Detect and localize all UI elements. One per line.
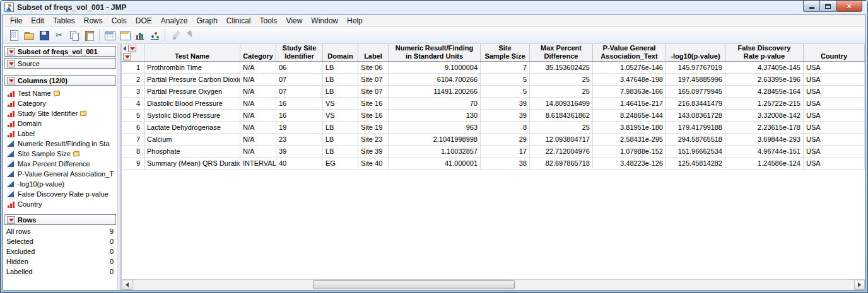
scrollbar-thumb[interactable] [313,280,515,289]
menu-doe[interactable]: DOE [131,15,156,26]
column-header[interactable]: Label [358,44,389,61]
cell[interactable]: Diastolic Blood Pressure [144,98,240,110]
title-bar[interactable]: Subset of freqs_vol_001 - JMP × [3,1,865,14]
rows-red-triangle-icon[interactable] [7,216,15,224]
column-header[interactable]: -log10(p-value) [666,44,725,61]
row-number[interactable]: 1 [122,62,144,74]
cell[interactable]: Systolic Blood Pressure [144,110,240,122]
cell[interactable]: 8.6184361862 [530,110,593,122]
cell[interactable]: USA [804,86,865,98]
column-item[interactable]: Study Site Identifier [6,108,116,118]
column-item[interactable]: Category [6,98,116,108]
cell[interactable]: 06 [276,62,323,74]
cell[interactable]: Partial Pressure Oxygen [144,86,240,98]
column-item[interactable]: Country [6,199,116,209]
menu-file[interactable]: File [6,15,26,26]
row-number[interactable]: 8 [122,146,144,158]
menu-graph[interactable]: Graph [192,15,221,26]
column-header[interactable]: Study SiteIdentifier [276,44,323,61]
cell[interactable]: 4.96744e-151 [725,146,804,158]
horizontal-scrollbar[interactable] [122,279,865,290]
row-number[interactable]: 5 [122,110,144,122]
cell[interactable]: Site 40 [358,158,389,169]
cell[interactable]: Site 07 [358,86,389,98]
cell[interactable]: 7.98363e-166 [593,86,666,98]
cell[interactable]: LB [323,146,358,158]
cell[interactable]: USA [804,62,865,74]
cell[interactable]: 294.58765518 [666,134,725,146]
cell[interactable]: 143.08361728 [666,110,725,122]
cell[interactable]: INTERVAL [240,158,276,169]
column-header[interactable]: Max PercentDifference [530,44,593,61]
cell[interactable]: Lactate Dehydrogenase [144,122,240,134]
paste-button[interactable] [82,28,97,42]
source-red-triangle-icon[interactable] [7,60,15,67]
cell[interactable]: 165.09779945 [666,86,725,98]
cell[interactable]: VS [323,110,358,122]
cell[interactable]: 39 [276,146,323,158]
column-item[interactable]: Numeric Result/Finding in Sta [6,139,116,149]
columns-red-triangle-icon[interactable] [7,77,15,84]
cell[interactable]: 12.093804717 [530,134,593,146]
cell[interactable]: Site 06 [358,62,389,74]
column-header[interactable]: P-Value GeneralAssociation_Text [593,44,666,61]
column-item[interactable]: Domain [6,118,116,129]
cell[interactable]: EG [323,158,358,169]
cell[interactable]: LB [323,134,358,146]
column-header[interactable]: SiteSample Size [481,44,530,61]
cell[interactable]: 1.05276e-146 [593,62,666,74]
cell[interactable]: 8 [481,122,530,134]
cell[interactable]: VS [323,98,358,110]
cell[interactable]: N/A [240,110,276,122]
cell[interactable]: USA [804,122,865,134]
menu-cols[interactable]: Cols [107,15,131,26]
cell[interactable]: Summary (Mean) QRS Duration [144,158,240,169]
column-item[interactable]: Test Name [6,88,116,98]
cell[interactable]: 25 [530,86,593,98]
cell[interactable]: 2.63395e-196 [725,74,804,86]
cell[interactable]: 70 [389,98,481,110]
column-item[interactable]: False Discovery Rate p-value [6,189,116,199]
cell[interactable]: 3.81951e-180 [593,122,666,134]
cell[interactable]: USA [804,98,865,110]
cell[interactable]: 7 [481,62,530,74]
menu-window[interactable]: Window [307,15,343,26]
cell[interactable]: 963 [389,122,481,134]
table-panel-header[interactable]: Subset of freqs_vol_001 [4,46,116,57]
cell[interactable]: Site 07 [358,74,389,86]
source-panel-header[interactable]: Source [4,58,116,69]
cell[interactable]: 16 [276,110,323,122]
cell[interactable]: 39 [481,110,530,122]
cell[interactable]: 2.58431e-295 [593,134,666,146]
cell[interactable]: 82.697865718 [530,158,593,169]
column-item[interactable]: P-Value General Association_T [6,169,116,179]
row-number[interactable]: 2 [122,74,144,86]
cell[interactable]: Site 19 [358,122,389,134]
cell[interactable]: 151.96662534 [666,146,725,158]
cell[interactable]: USA [804,158,865,169]
column-header[interactable]: Category [240,44,276,61]
menu-view[interactable]: View [282,15,307,26]
minimize-button[interactable] [803,1,820,12]
new-data-table-button[interactable] [6,28,21,42]
cell[interactable]: N/A [240,98,276,110]
row-number[interactable]: 9 [122,158,144,169]
cell[interactable]: 1.24586e-124 [725,158,804,169]
scroll-left-button[interactable] [122,280,132,290]
table-red-triangle-icon[interactable] [7,48,15,55]
cell[interactable]: 1.46415e-217 [593,98,666,110]
cell[interactable]: USA [804,134,865,146]
open-button[interactable] [21,28,36,42]
column-item[interactable]: -log10(p-value) [6,179,116,189]
summary-table-button[interactable] [117,28,132,42]
cell[interactable]: 197.45885996 [666,74,725,86]
cell[interactable]: 40 [276,158,323,169]
row-number[interactable]: 3 [122,86,144,98]
cell[interactable]: Phosphate [144,146,240,158]
cell[interactable]: 5 [481,74,530,86]
cell[interactable]: 130 [389,110,481,122]
save-button[interactable] [37,28,51,42]
scroll-right-button[interactable] [854,280,865,290]
rows-panel-header[interactable]: Rows [4,214,116,225]
cell[interactable]: 6104.700266 [389,74,481,86]
